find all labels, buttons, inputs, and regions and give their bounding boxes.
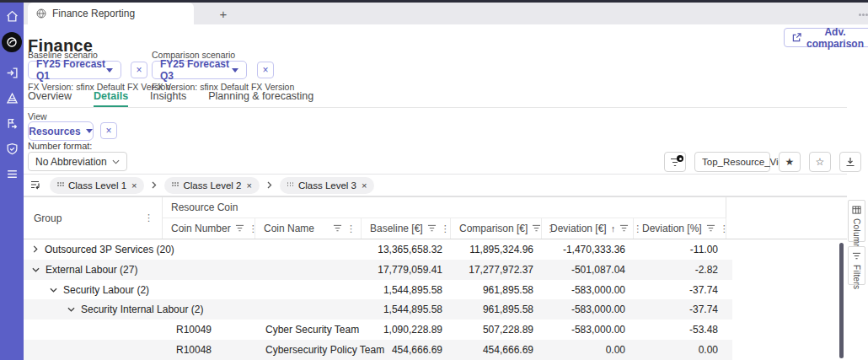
column-header-comparison[interactable]: Comparison [€] ⋮ (451, 218, 542, 239)
adv-comparison-button[interactable]: Adv. comparison (784, 28, 868, 47)
drag-handle-icon[interactable] (57, 184, 63, 186)
tab-title: Finance Reporting (52, 8, 135, 19)
column-menu-icon[interactable]: ⋮ (346, 223, 356, 234)
table-row[interactable]: External Labour (27) 17,779,059.41 17,27… (24, 260, 732, 280)
tab-insights[interactable]: Insights (150, 90, 186, 107)
column-header-coin-name[interactable]: Coin Name ⋮ (255, 218, 362, 239)
tab-finance-reporting[interactable]: Finance Reporting (28, 3, 194, 24)
saved-view-select[interactable]: Top_Resource_View (694, 152, 770, 172)
span-header-resource-coin: Resource Coin (163, 197, 726, 218)
table-row[interactable]: Security Labour (2) 1,544,895.58 961,895… (24, 280, 732, 300)
globe-icon (36, 8, 46, 19)
pyramid-icon[interactable] (5, 91, 19, 105)
tab-strip-grip (859, 13, 861, 16)
close-icon[interactable]: × (247, 180, 252, 191)
column-header-deviation-pct[interactable]: Deviation [%] ⋮ (634, 218, 726, 239)
dropdown-caret-icon (232, 68, 238, 73)
shield-check-icon[interactable] (5, 142, 19, 155)
grid-columns-icon (852, 206, 861, 214)
comparison-scenario-clear-button[interactable]: × (257, 62, 274, 78)
view-clear-button[interactable]: × (100, 122, 117, 139)
group-chip-class-level-3[interactable]: Class Level 3 × (280, 177, 374, 194)
drag-handle-icon[interactable] (287, 184, 293, 186)
baseline-scenario-clear-button[interactable]: × (131, 62, 147, 78)
sign-in-icon[interactable] (5, 66, 19, 79)
panel-tab-filters[interactable]: Filters (848, 246, 865, 285)
row-groups-icon[interactable] (29, 180, 42, 191)
filter-icon (852, 252, 861, 261)
dropdown-caret-icon (106, 68, 113, 73)
grouping-bar: Class Level 1 × Class Level 2 × Class Le… (24, 174, 847, 196)
home-icon[interactable] (5, 9, 19, 23)
filter-icon[interactable] (235, 224, 244, 233)
chevron-down-icon[interactable] (50, 287, 57, 293)
sort-ascending-icon[interactable]: ↑ (611, 223, 616, 234)
chevron-right-icon (152, 181, 157, 189)
table-row[interactable]: R10049 Cyber Security Team 1,090,228.89 … (24, 320, 732, 340)
column-header-baseline[interactable]: Baseline [€] ⋮ (362, 218, 451, 239)
table-body: Outsourced 3P Services (20) 13,365,658.3… (24, 239, 732, 360)
table-toolbar: Top_Resource_View ★ ☆ (664, 152, 861, 172)
filter-funnel-button[interactable] (664, 152, 686, 172)
column-header-deviation-eur[interactable]: Deviation [€] ↑ ⋮ (542, 218, 634, 239)
dropdown-caret-icon (86, 129, 93, 133)
close-icon[interactable]: × (362, 180, 367, 191)
filter-icon[interactable] (706, 224, 715, 233)
new-tab-button[interactable]: + (214, 4, 233, 23)
table-row[interactable]: R10048 Cybersecurity Policy Team 454,666… (24, 340, 732, 360)
download-button[interactable] (839, 152, 861, 172)
column-menu-icon[interactable]: ⋮ (720, 223, 729, 234)
view-label: View (28, 111, 47, 121)
app-logo-icon[interactable] (2, 32, 22, 52)
baseline-scenario-select[interactable]: FY25 Forecast Q1 (28, 61, 121, 79)
filter-icon[interactable] (427, 224, 437, 233)
chevron-down-icon (112, 159, 120, 164)
number-format-label: Number format: (28, 141, 92, 151)
page-tabs: Overview Details Insights Planning & for… (24, 90, 847, 108)
tab-details[interactable]: Details (94, 90, 128, 107)
filter-active-badge-icon (677, 155, 683, 162)
table-row[interactable]: Security Internal Labour (2) 1,544,895.5… (24, 299, 732, 320)
vertical-scrollbar[interactable] (839, 243, 844, 358)
column-header-coin-number[interactable]: Coin Number ⋮ (163, 218, 255, 239)
favorite-star-filled-button[interactable]: ★ (779, 152, 801, 172)
filter-icon[interactable] (333, 224, 342, 233)
favorite-star-outline-button[interactable]: ☆ (809, 152, 831, 172)
table-header: Group ⋮ Resource Coin Coin Number ⋮ Coin… (24, 196, 847, 239)
external-link-icon (792, 33, 801, 42)
tab-bar: Finance Reporting + (24, 3, 868, 24)
column-menu-icon[interactable]: ⋮ (144, 212, 153, 223)
group-chip-class-level-2[interactable]: Class Level 2 × (164, 177, 259, 194)
view-select[interactable]: Resources (28, 121, 94, 141)
chevron-down-icon[interactable] (32, 266, 40, 273)
close-icon[interactable]: × (131, 180, 137, 191)
menu-lines-icon[interactable] (5, 167, 19, 180)
filter-icon[interactable] (619, 224, 629, 233)
chevron-down-icon[interactable] (67, 306, 75, 313)
comparison-table: Group ⋮ Resource Coin Coin Number ⋮ Coin… (24, 196, 847, 360)
table-row[interactable]: Outsourced 3P Services (20) 13,365,658.3… (24, 239, 732, 260)
workflow-icon[interactable] (5, 116, 19, 130)
number-format-select[interactable]: No Abbreviation (28, 152, 127, 171)
chevron-right-icon[interactable] (32, 245, 39, 253)
comparison-scenario-select[interactable]: FY25 Forecast Q3 (152, 61, 247, 79)
filter-icon[interactable] (532, 224, 541, 233)
column-header-group[interactable]: Group ⋮ (24, 197, 163, 239)
app-sidebar (0, 3, 24, 360)
tab-planning-forecasting[interactable]: Planning & forecasting (208, 90, 313, 107)
drag-handle-icon[interactable] (172, 184, 178, 186)
tab-overview[interactable]: Overview (28, 90, 72, 107)
column-menu-icon[interactable]: ⋮ (441, 223, 450, 234)
chevron-right-icon (267, 181, 272, 189)
panel-tab-columns[interactable]: Columns (848, 200, 865, 242)
group-chip-class-level-1[interactable]: Class Level 1 × (50, 177, 144, 194)
